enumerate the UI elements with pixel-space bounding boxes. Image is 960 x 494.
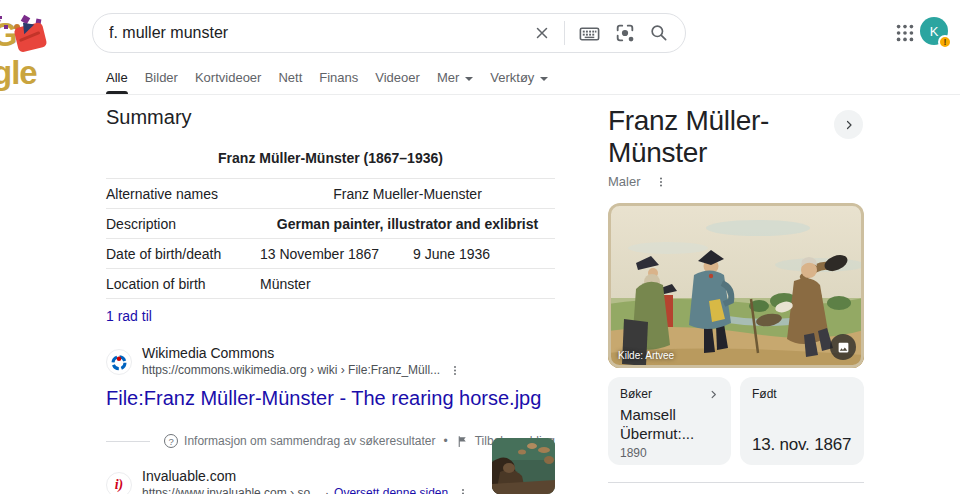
wikimedia-favicon [106, 349, 132, 375]
search-result-tabs: Alle Bilder Kortvideoer Nett Finans Vide… [0, 60, 960, 95]
result-options-icon[interactable] [457, 487, 469, 494]
avatar-initial: K [930, 24, 939, 39]
summary-table-title: Franz Müller-Münster (1867–1936) [106, 137, 555, 179]
expand-panel-button[interactable] [834, 110, 863, 139]
books-card[interactable]: Bøker Mamsell Übermut:... 1890 [608, 377, 731, 465]
clear-search-icon[interactable] [533, 24, 551, 42]
chevron-down-icon [465, 77, 473, 81]
chevron-down-icon [540, 77, 548, 81]
photo-icon [837, 341, 850, 354]
born-card[interactable]: Født 13. nov. 1867 [740, 377, 864, 465]
table-row: Location of birth Münster [106, 269, 555, 299]
born-card-label: Født [752, 387, 777, 401]
table-row: Alternative names Franz Mueller-Muenster [106, 179, 555, 209]
search-result-invaluable: i) Invaluable.com https://www.invaluable… [106, 468, 555, 494]
knowledge-panel-title: Franz Müller-Münster [608, 105, 864, 169]
chevron-right-icon [843, 119, 855, 131]
divider [564, 21, 565, 45]
doodle-book-icon [13, 22, 47, 53]
search-input[interactable] [109, 24, 533, 42]
summary-table: Franz Müller-Münster (1867–1936) Alterna… [106, 137, 555, 299]
result-url[interactable]: https://www.invaluable.com › so... [142, 485, 320, 494]
result-options-icon[interactable] [449, 364, 461, 377]
tab-verktoy[interactable]: Verktøy [490, 70, 548, 94]
tab-videoer[interactable]: Videoer [375, 70, 420, 94]
help-icon: ? [164, 434, 178, 448]
birth-date: 13. nov. 1867 [752, 435, 852, 455]
account-avatar[interactable]: K ! [920, 17, 948, 45]
google-lens-icon[interactable] [614, 22, 636, 44]
summary-heading: Summary [106, 106, 555, 129]
divider [106, 441, 150, 442]
one-more-row-link[interactable]: 1 rad til [106, 308, 152, 324]
tab-alle[interactable]: Alle [106, 70, 128, 94]
books-card-label: Bøker [620, 387, 652, 401]
keyboard-icon[interactable] [578, 22, 601, 45]
result-thumbnail-image[interactable] [492, 438, 555, 494]
google-doodle-logo[interactable]: Ggle [0, 16, 72, 56]
book-title: Mamsell Übermut:... [620, 406, 719, 444]
search-icon[interactable] [649, 23, 669, 43]
middot-separator: · [325, 485, 329, 494]
results-column: Summary Franz Müller-Münster (1867–1936)… [106, 106, 555, 494]
result-source-name[interactable]: Wikimedia Commons [142, 345, 461, 362]
image-source-credit: Kilde: Artvee [618, 350, 674, 361]
summary-footer: ? Informasjon om sammendrag av søkeresul… [106, 434, 555, 448]
translate-page-link[interactable]: Oversett denne siden [334, 485, 448, 494]
divider [608, 482, 864, 483]
summary-info-link[interactable]: ? Informasjon om sammendrag av søkeresul… [164, 434, 435, 448]
table-row: Description German painter, illustrator … [106, 209, 555, 239]
invaluable-favicon: i) [106, 472, 132, 494]
knowledge-panel-subtitle: Maler [608, 174, 641, 189]
tab-nett[interactable]: Nett [278, 70, 302, 94]
result-url[interactable]: https://commons.wikimedia.org › wiki › F… [142, 362, 440, 378]
chevron-right-icon [708, 389, 719, 400]
book-year: 1890 [620, 446, 719, 460]
google-apps-grid-icon[interactable] [893, 21, 917, 45]
tab-mer[interactable]: Mer [437, 70, 473, 94]
knowledge-panel: Franz Müller-Münster Maler [608, 105, 864, 494]
search-result-wikimedia: Wikimedia Commons https://commons.wikime… [106, 345, 555, 410]
image-gallery-button[interactable] [830, 334, 856, 360]
tab-bilder[interactable]: Bilder [145, 70, 178, 94]
knowledge-panel-image[interactable]: Kilde: Artvee [608, 203, 864, 368]
google-search-results-page: Ggle K ! Alle Bilder Kortvideoe [0, 0, 960, 494]
result-title-link[interactable]: File:Franz Müller-Münster - The rearing … [106, 387, 555, 410]
tab-kortvideoer[interactable]: Kortvideoer [195, 70, 261, 94]
search-bar[interactable] [92, 13, 686, 53]
result-source-name[interactable]: Invaluable.com [142, 468, 469, 485]
tab-finans[interactable]: Finans [319, 70, 358, 94]
bullet-separator: • [444, 434, 448, 448]
flag-icon [456, 435, 469, 448]
panel-options-icon[interactable] [655, 175, 667, 189]
account-alert-badge: ! [938, 35, 952, 49]
table-row: Date of birth/death 13 November 1867 9 J… [106, 239, 555, 269]
